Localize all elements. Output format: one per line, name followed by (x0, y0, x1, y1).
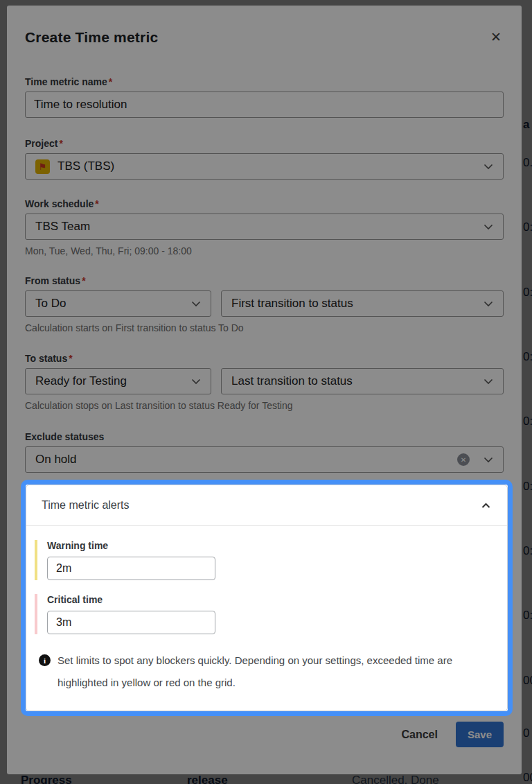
to-status-select-value: Ready for Testing (35, 374, 186, 388)
from-status-label: From status* (25, 275, 504, 286)
work-schedule-field: Work schedule* TBS Team Mon, Tue, Wed, T… (25, 198, 504, 256)
exclude-statuses-select[interactable]: On hold ✕ (25, 446, 504, 473)
to-transition-select[interactable]: Last transition to status (221, 368, 504, 394)
critical-time-block: Critical time (35, 594, 493, 634)
work-schedule-select-value: TBS Team (35, 220, 478, 234)
save-button[interactable]: Save (456, 722, 504, 747)
chevron-down-icon (191, 378, 201, 385)
chevron-down-icon (191, 301, 201, 307)
work-schedule-select[interactable]: TBS Team (25, 214, 504, 240)
alerts-panel-header[interactable]: Time metric alerts (26, 485, 507, 526)
from-transition-select-value: First transition to status (231, 297, 478, 311)
critical-time-label: Critical time (47, 594, 493, 605)
to-status-field: To status* Ready for Testing Last transi… (25, 353, 504, 411)
chevron-down-icon (484, 164, 493, 170)
from-status-field: From status* To Do First transition to s… (25, 275, 504, 333)
warning-time-block: Warning time (35, 540, 493, 580)
alerts-panel-title: Time metric alerts (42, 499, 130, 512)
required-asterisk: * (59, 138, 62, 149)
project-select-value: TBS (TBS) (57, 159, 478, 173)
exclude-statuses-select-value: On hold (35, 453, 457, 467)
to-status-select[interactable]: Ready for Testing (25, 368, 211, 394)
required-asterisk: * (82, 275, 85, 286)
required-asterisk: * (95, 198, 98, 209)
to-transition-select-value: Last transition to status (231, 374, 478, 388)
close-icon[interactable]: ✕ (488, 29, 504, 45)
time-metric-name-field: Time metric name* (25, 76, 504, 118)
project-select[interactable]: ⚑ TBS (TBS) (25, 153, 504, 180)
chevron-down-icon (484, 301, 493, 307)
chevron-down-icon (484, 378, 493, 385)
clear-selection-icon[interactable]: ✕ (457, 453, 470, 466)
required-asterisk: * (109, 76, 112, 87)
from-status-select[interactable]: To Do (25, 290, 211, 317)
to-status-helper-text: Calculation stops on Last transition to … (25, 400, 504, 411)
project-avatar-icon: ⚑ (35, 159, 50, 174)
time-metric-name-label: Time metric name* (25, 76, 504, 87)
warning-time-input[interactable] (47, 557, 215, 580)
dialog-header: Create Time metric ✕ (25, 29, 504, 46)
dialog-title: Create Time metric (25, 29, 158, 46)
alerts-panel-body: Warning time Critical time i Set limits … (26, 526, 507, 711)
work-schedule-label: Work schedule* (25, 198, 504, 209)
critical-time-input[interactable] (47, 611, 215, 634)
from-status-select-value: To Do (35, 297, 186, 311)
required-asterisk: * (69, 353, 72, 364)
cancel-button[interactable]: Cancel (401, 729, 437, 741)
create-time-metric-dialog: Create Time metric ✕ Time metric name* P… (7, 6, 522, 774)
info-icon: i (39, 654, 51, 666)
chevron-down-icon (484, 457, 493, 463)
to-status-label: To status* (25, 353, 504, 364)
time-metric-alerts-highlight: Time metric alerts Warning time Critical… (21, 480, 513, 716)
project-field: Project* ⚑ TBS (TBS) (25, 138, 504, 180)
from-transition-select[interactable]: First transition to status (221, 290, 504, 317)
warning-time-label: Warning time (47, 540, 493, 551)
work-schedule-helper-text: Mon, Tue, Wed, Thu, Fri; 09:00 - 18:00 (25, 245, 504, 256)
from-status-helper-text: Calculation starts on First transition t… (25, 322, 504, 333)
time-metric-alerts-panel: Time metric alerts Warning time Critical… (26, 485, 508, 711)
dialog-footer: Cancel Save (25, 722, 504, 747)
chevron-up-icon[interactable] (480, 501, 492, 510)
alerts-info-note: i Set limits to spot any blockers quickl… (39, 650, 493, 694)
exclude-statuses-label: Exclude statuses (25, 431, 504, 442)
time-metric-name-input[interactable] (25, 92, 504, 118)
chevron-down-icon (484, 224, 493, 230)
alerts-info-text: Set limits to spot any blockers quickly.… (57, 650, 452, 694)
exclude-statuses-field: Exclude statuses On hold ✕ (25, 431, 504, 473)
project-label: Project* (25, 138, 504, 149)
